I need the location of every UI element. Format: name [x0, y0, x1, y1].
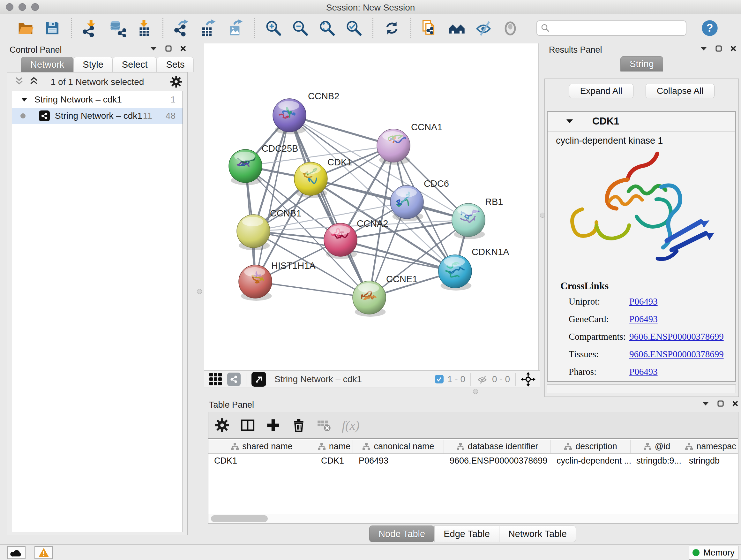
panel-menu-icon[interactable]	[150, 46, 157, 51]
tab-select[interactable]: Select	[113, 57, 157, 72]
search-field[interactable]	[552, 23, 682, 33]
column-header[interactable]: namespac	[683, 440, 738, 453]
network-options-gear-icon[interactable]	[170, 75, 183, 90]
hide-show-button[interactable]	[474, 19, 493, 37]
share-file-button[interactable]	[421, 19, 439, 37]
fit-content-crosshair-icon[interactable]	[521, 372, 536, 387]
tab-network-table[interactable]: Network Table	[499, 525, 576, 542]
search-input[interactable]	[536, 20, 686, 36]
save-session-button[interactable]	[43, 19, 62, 37]
collapse-all-button[interactable]: Collapse All	[646, 84, 715, 98]
birdseye-grid-icon[interactable]	[209, 372, 223, 386]
tree-expand-icon[interactable]	[21, 98, 27, 102]
show-columns-icon[interactable]	[240, 417, 256, 433]
column-header[interactable]: description	[551, 440, 630, 453]
tab-style[interactable]: Style	[73, 57, 112, 72]
column-header[interactable]: @id	[630, 440, 683, 453]
tab-node-table[interactable]: Node Table	[369, 525, 434, 542]
crosslink-link[interactable]: P06493	[629, 367, 658, 384]
bottom-splitter-handle[interactable]	[473, 389, 478, 394]
crosslink-link[interactable]: P06493	[629, 296, 658, 314]
panel-close-icon[interactable]	[732, 400, 738, 407]
network-node[interactable]: CDC6	[390, 179, 449, 221]
home-button[interactable]	[448, 19, 466, 37]
import-database-button[interactable]	[108, 19, 126, 37]
column-header[interactable]: name	[315, 440, 353, 453]
network-edge[interactable]	[255, 282, 369, 298]
tab-network[interactable]: Network	[21, 57, 73, 72]
column-header[interactable]: database identifier	[444, 440, 551, 453]
network-row-selected[interactable]: String Network – cdk1 11 48	[12, 108, 183, 124]
crosslink-link[interactable]: 9606.ENSP00000378699	[629, 331, 724, 349]
export-table-button[interactable]	[199, 19, 218, 37]
table-cell[interactable]: CDK1	[208, 454, 315, 468]
detach-view-button[interactable]	[252, 372, 266, 387]
network-node[interactable]: CDC25B	[229, 143, 298, 185]
results-hscrollbar[interactable]	[547, 384, 736, 393]
zoom-selected-button[interactable]	[345, 19, 363, 37]
file-share-icon	[421, 19, 439, 37]
network-collection-row[interactable]: String Network – cdk1 1	[12, 91, 183, 108]
database-icon	[109, 19, 126, 37]
zoom-out-icon	[292, 19, 309, 37]
export-network-button[interactable]	[173, 19, 191, 37]
node-section-header[interactable]: CDK1	[548, 112, 735, 132]
network-selection-status: 1 of 1 Network selected	[7, 77, 187, 87]
network-node[interactable]: CDK1	[294, 157, 352, 198]
tab-sets[interactable]: Sets	[157, 57, 194, 72]
table-cell[interactable]: CDK1	[315, 454, 353, 468]
table-row[interactable]: CDK1CDK1P064939606.ENSP00000378699cyclin…	[208, 454, 738, 468]
table-settings-gear-icon[interactable]	[214, 417, 230, 433]
network-node[interactable]: RB1	[452, 197, 503, 239]
open-session-button[interactable]	[16, 19, 35, 37]
panel-float-icon[interactable]	[716, 45, 722, 52]
crosslink-link[interactable]: 9606.ENSP00000378699	[629, 349, 724, 367]
export-image-button[interactable]	[226, 19, 245, 37]
section-collapse-icon[interactable]	[566, 119, 573, 124]
help-button[interactable]: ?	[700, 19, 719, 37]
zoom-in-button[interactable]	[264, 19, 283, 37]
panel-close-icon[interactable]	[180, 45, 186, 52]
panel-menu-icon[interactable]	[702, 401, 709, 406]
column-header[interactable]: shared name	[208, 440, 315, 453]
network-node[interactable]: CCNA1	[377, 122, 442, 165]
network-canvas[interactable]: CCNB2CCNA1CDC25BCDK1CDC6RB1CCNB1CCNA2CDK…	[204, 44, 539, 370]
left-splitter-handle[interactable]	[197, 289, 202, 294]
expand-all-button[interactable]: Expand All	[569, 84, 633, 98]
table-cell[interactable]: stringdb	[683, 454, 738, 468]
crosslink-row: Compartments:9606.ENSP00000378699	[569, 331, 729, 349]
table-cell[interactable]: stringdb:9...	[630, 454, 683, 468]
import-table-button[interactable]	[135, 19, 153, 37]
import-table-icon	[135, 19, 152, 37]
cloud-button[interactable]	[7, 546, 25, 559]
column-header[interactable]: canonical name	[353, 440, 444, 453]
memory-button[interactable]: Memory	[689, 546, 738, 560]
crosslink-link[interactable]: P06493	[629, 314, 658, 331]
table-cell[interactable]: 9606.ENSP00000378699	[444, 454, 551, 468]
refresh-button[interactable]	[383, 19, 401, 37]
import-network-button[interactable]	[81, 19, 99, 37]
table-hscrollbar-thumb[interactable]	[211, 515, 268, 522]
tab-edge-table[interactable]: Edge Table	[434, 525, 499, 542]
zoom-out-button[interactable]	[291, 19, 310, 37]
table-cell[interactable]: cyclin-dependent ...	[551, 454, 630, 468]
table-toolbar: f(x)	[208, 412, 738, 439]
table-cell[interactable]: P06493	[353, 454, 444, 468]
panel-float-icon[interactable]	[165, 45, 172, 52]
network-share-button[interactable]	[227, 373, 241, 386]
table-hscrollbar[interactable]	[208, 514, 738, 523]
add-column-icon[interactable]	[265, 417, 281, 433]
eye-button[interactable]	[501, 19, 520, 37]
warnings-button[interactable]	[35, 546, 53, 559]
selected-checkbox-icon[interactable]	[435, 375, 444, 383]
tab-string[interactable]: String	[620, 56, 663, 71]
network-node[interactable]: CDKN1A	[439, 247, 509, 291]
panel-float-icon[interactable]	[718, 400, 724, 407]
network-edge[interactable]	[255, 115, 289, 282]
panel-menu-icon[interactable]	[700, 46, 707, 51]
network-graph[interactable]: CCNB2CCNA1CDC25BCDK1CDC6RB1CCNB1CCNA2CDK…	[204, 44, 539, 370]
panel-close-icon[interactable]	[730, 45, 737, 52]
network-node[interactable]: HIST1H1A	[239, 260, 316, 301]
delete-column-icon[interactable]	[291, 417, 307, 433]
zoom-fit-button[interactable]	[318, 19, 336, 37]
